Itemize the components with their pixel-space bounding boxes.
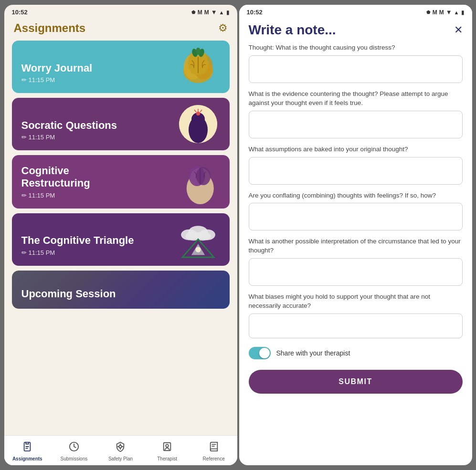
biases-label: What biases might you hold to support yo…	[249, 292, 463, 311]
therapist-nav-icon	[162, 441, 172, 455]
write-note-title: Write a note...	[249, 22, 336, 38]
triangle-icon	[174, 219, 222, 260]
left-status-bar: 10:52 ⬟ M M ▼ ▲ ▮	[4, 5, 237, 18]
bottom-nav: Assignments Submissions	[4, 435, 237, 465]
conflating-input[interactable]	[249, 203, 463, 230]
thought-group: Thought: What is the thought causing you…	[249, 43, 463, 83]
triangle-icon-area	[174, 218, 222, 261]
evidence-label: What is the evidence countering the thou…	[249, 90, 463, 108]
left-header: Assignments ⚙	[4, 18, 237, 41]
nav-submissions[interactable]: Submissions	[51, 439, 97, 463]
safety-plan-nav-icon	[115, 441, 126, 455]
cognitive-restructuring-card[interactable]: CognitiveRestructuring ✏ 11:15 PM	[12, 155, 230, 209]
screens-container: 10:52 ⬟ M M ▼ ▲ ▮ Assignments ⚙	[0, 0, 476, 470]
notification-dot: ⬟	[191, 10, 196, 15]
cog-restructuring-icon-area	[174, 160, 222, 203]
wifi-icon: ▼	[211, 9, 217, 16]
cards-container: Worry Journal ✏ 11:15 PM	[4, 41, 237, 435]
thought-input[interactable]	[249, 55, 463, 83]
right-header: Write a note... ✕	[239, 18, 472, 43]
interpretation-input[interactable]	[249, 258, 463, 286]
worry-journal-card[interactable]: Worry Journal ✏ 11:15 PM	[12, 41, 230, 93]
right-time: 10:52	[247, 9, 263, 16]
right-mail-icon: M	[433, 9, 437, 16]
pencil-icon-3: ✏	[21, 192, 27, 199]
right-status-icons: ⬟ M M ▼ ▲ ▮	[426, 9, 465, 16]
pencil-icon-2: ✏	[21, 134, 27, 141]
therapist-nav-label: Therapist	[157, 456, 177, 461]
left-status-icons: ⬟ M M ▼ ▲ ▮	[191, 9, 230, 16]
biases-group: What biases might you hold to support yo…	[249, 292, 463, 338]
svg-point-16	[196, 167, 211, 185]
head-circle	[179, 105, 217, 143]
right-battery-icon: ▮	[461, 9, 465, 16]
upcoming-title: Upcoming Session	[21, 288, 116, 300]
share-row: Share with your therapist	[249, 345, 463, 361]
close-button[interactable]: ✕	[454, 24, 463, 36]
note-form: Thought: What is the thought causing you…	[239, 43, 472, 465]
right-signal-icon: ▲	[454, 10, 459, 15]
share-toggle[interactable]	[249, 347, 271, 359]
safety-plan-nav-label: Safety Plan	[108, 456, 133, 461]
head-silhouette-icon	[179, 105, 217, 143]
cognitive-triangle-card[interactable]: The Cognitive Triangle ✏ 11:15 PM	[12, 213, 230, 266]
left-screen: 10:52 ⬟ M M ▼ ▲ ▮ Assignments ⚙	[4, 5, 237, 465]
mail2-icon: M	[204, 9, 209, 16]
mail-icon: M	[198, 9, 202, 16]
conflating-group: Are you conflating (combining) thoughts …	[249, 191, 463, 231]
svg-point-35	[166, 444, 169, 447]
reference-nav-label: Reference	[203, 456, 225, 461]
worry-journal-icon-area	[174, 45, 222, 88]
settings-button[interactable]: ⚙	[218, 22, 228, 34]
brain-head-icon	[175, 159, 221, 204]
right-mail2-icon: M	[439, 9, 444, 16]
right-wifi-icon: ▼	[446, 9, 452, 16]
right-screen: 10:52 ⬟ M M ▼ ▲ ▮ Write a note... ✕ Thou…	[239, 5, 472, 465]
upcoming-card[interactable]: Upcoming Session	[12, 271, 230, 309]
svg-point-21	[194, 232, 211, 241]
submit-button[interactable]: SUBMIT	[249, 370, 463, 394]
brain-icon	[177, 48, 220, 86]
biases-input[interactable]	[249, 313, 463, 338]
nav-therapist[interactable]: Therapist	[144, 439, 190, 463]
nav-assignments[interactable]: Assignments	[4, 439, 51, 463]
interpretation-group: What is another possible interpretation …	[249, 237, 463, 286]
conflating-label: Are you conflating (combining) thoughts …	[249, 191, 463, 200]
reference-nav-icon	[209, 441, 219, 455]
socratic-icon-area	[174, 103, 222, 146]
assumptions-input[interactable]	[249, 157, 463, 185]
submissions-nav-icon	[69, 441, 79, 455]
right-dot-icon: ⬟	[426, 10, 431, 15]
submissions-nav-label: Submissions	[61, 456, 88, 461]
nav-reference[interactable]: Reference	[190, 439, 237, 463]
thought-label: Thought: What is the thought causing you…	[249, 43, 463, 52]
battery-icon: ▮	[226, 9, 230, 16]
signal-icon: ▲	[219, 10, 224, 15]
interpretation-label: What is another possible interpretation …	[249, 237, 463, 255]
nav-safety-plan[interactable]: Safety Plan	[97, 439, 144, 463]
svg-point-9	[196, 112, 200, 115]
assignments-title: Assignments	[14, 21, 86, 35]
svg-point-24	[195, 247, 201, 252]
pencil-icon-4: ✏	[21, 249, 27, 256]
assumptions-group: What assumptions are baked into your ori…	[249, 145, 463, 185]
pencil-icon-1: ✏	[21, 76, 27, 84]
assumptions-label: What assumptions are baked into your ori…	[249, 145, 463, 154]
toggle-knob	[259, 348, 270, 358]
share-label: Share with your therapist	[276, 349, 350, 357]
right-status-bar: 10:52 ⬟ M M ▼ ▲ ▮	[239, 5, 472, 18]
upcoming-section: Upcoming Session	[12, 271, 230, 309]
assignments-nav-icon	[22, 441, 32, 455]
evidence-group: What is the evidence countering the thou…	[249, 90, 463, 138]
assignments-nav-label: Assignments	[12, 456, 42, 461]
socratic-questions-card[interactable]: Socratic Questions ✏ 11:15 PM	[12, 98, 230, 150]
evidence-input[interactable]	[249, 111, 463, 138]
left-time: 10:52	[12, 9, 28, 16]
